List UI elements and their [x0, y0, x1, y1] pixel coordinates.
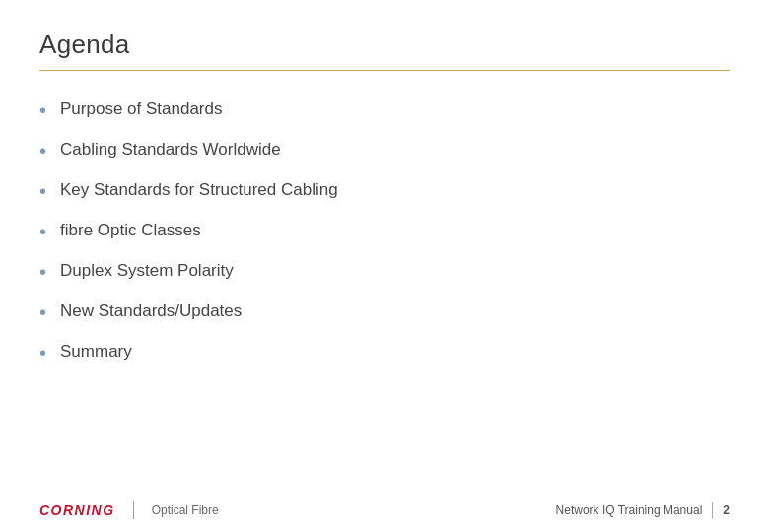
agenda-list: •Purpose of Standards•Cabling Standards …	[39, 91, 730, 373]
bullet-icon: •	[39, 177, 46, 205]
agenda-item: •Summary	[39, 333, 730, 373]
brand-name: CORNING	[39, 502, 115, 518]
agenda-item-text: fibre Optic Classes	[60, 219, 201, 242]
title-section: Agenda	[39, 30, 730, 71]
footer-right-divider	[712, 502, 713, 518]
agenda-item-text: Key Standards for Structured Cabling	[60, 178, 338, 202]
corning-logo: CORNING	[39, 502, 115, 518]
bullet-icon: •	[39, 218, 46, 245]
slide-container: Agenda •Purpose of Standards•Cabling Sta…	[0, 0, 769, 532]
footer-section: Optical Fibre	[152, 503, 219, 517]
agenda-item: •Purpose of Standards	[39, 91, 730, 131]
agenda-item-text: Cabling Standards Worldwide	[60, 138, 281, 162]
agenda-item: •New Standards/Updates	[39, 293, 730, 333]
agenda-item: •fibre Optic Classes	[39, 212, 730, 252]
agenda-item: •Cabling Standards Worldwide	[39, 131, 730, 171]
footer-vertical-divider	[133, 501, 134, 519]
bullet-icon: •	[39, 137, 46, 165]
bullet-icon: •	[39, 339, 46, 366]
agenda-item-text: New Standards/Updates	[60, 299, 242, 323]
bullet-icon: •	[39, 258, 46, 286]
agenda-item-text: Duplex System Polarity	[60, 259, 234, 283]
slide-title: Agenda	[39, 30, 730, 60]
page-number: 2	[723, 503, 730, 517]
agenda-item-text: Summary	[60, 340, 132, 364]
footer-left: CORNING Optical Fibre	[39, 501, 219, 519]
footer-right: Network IQ Training Manual 2	[556, 502, 730, 518]
title-divider	[39, 70, 730, 71]
manual-title: Network IQ Training Manual	[556, 503, 703, 517]
agenda-item: •Duplex System Polarity	[39, 252, 730, 293]
footer: CORNING Optical Fibre Network IQ Trainin…	[0, 489, 769, 532]
agenda-item-text: Purpose of Standards	[60, 98, 222, 121]
bullet-icon: •	[39, 299, 46, 326]
agenda-item: •Key Standards for Structured Cabling	[39, 171, 730, 212]
bullet-icon: •	[39, 97, 46, 124]
